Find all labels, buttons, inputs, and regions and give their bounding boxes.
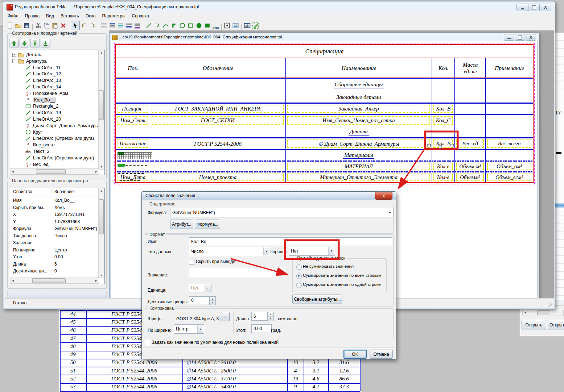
decimals-spinner[interactable]: ▲▼ [209, 296, 216, 305]
value-field[interactable]: Кол-в [433, 163, 453, 170]
tree-item-Арматура[interactable]: −Арматура [10, 58, 99, 64]
toolbar-edit-value-field-icon[interactable]: ab [243, 21, 251, 30]
cancel-button[interactable]: Отмена [370, 350, 393, 359]
tree-item-LineOrArc_11[interactable]: LineOrArc_11 [10, 64, 99, 71]
free-attributes-button[interactable]: Свободные атрибуты... [292, 295, 342, 304]
datatype-combobox[interactable]: Число▼ [189, 247, 270, 256]
spec-text[interactable]: Детали [349, 128, 369, 135]
toolbar-band-header-icon[interactable] [108, 21, 116, 30]
minimize-button[interactable] [516, 4, 528, 11]
dialog-close-button[interactable]: X [375, 192, 392, 200]
value-field[interactable]: Кол-в [433, 174, 453, 181]
tree-item-Вес_всего[interactable]: azВес_всего [10, 142, 99, 148]
property-row[interactable]: Скрыть при вы...Ложь [10, 205, 99, 212]
tree-vscrollbar[interactable]: ▲▼ [98, 50, 104, 170]
toolbar-band-page-icon[interactable] [133, 21, 141, 30]
radio-option[interactable] [296, 283, 302, 288]
scroll-down-icon[interactable]: ▼ [99, 273, 104, 278]
toolbar-draw-circle-icon[interactable] [178, 21, 186, 30]
tree-item-Кол_Во__[interactable]: azКол_Во__ [10, 97, 99, 103]
spec-text[interactable]: Материалы [343, 152, 374, 159]
value-field[interactable]: Объемм³ [456, 174, 484, 181]
spec-text[interactable]: Сборочные единицы [334, 81, 384, 88]
value-field[interactable]: Вес_всего [487, 139, 531, 148]
scroll-left-arrow[interactable]: ◀ [523, 310, 528, 315]
order-combobox[interactable]: Нет▼ [289, 246, 335, 256]
chevron-down-icon[interactable]: ▼ [263, 247, 269, 255]
value-field[interactable]: Ном_Дета [118, 174, 148, 181]
property-row[interactable]: X139.717371341 [10, 212, 99, 218]
chevron-down-icon[interactable]: ▼ [197, 325, 203, 333]
value-field[interactable]: Объем_ом³ [487, 163, 531, 170]
length-spinner[interactable]: ▲▼ [267, 312, 274, 321]
toolbar-draw-polyline-icon[interactable] [153, 21, 161, 30]
spec-text[interactable]: Закладные детали [335, 94, 382, 100]
prop-hscroll-thumb[interactable] [32, 278, 66, 283]
tree-item-LineOrArc_20[interactable]: LineOrArc_20 [10, 116, 99, 122]
tree-vscroll-thumb[interactable] [99, 90, 104, 120]
spec-text[interactable]: ГОСТ Р 52544-2006 [193, 141, 243, 147]
property-row[interactable]: Значение [10, 240, 99, 247]
scroll-left-icon[interactable]: ◀ [11, 278, 15, 283]
property-row[interactable]: ИмяКол_Во__ [10, 197, 99, 204]
tree-item-LineOrArc_19[interactable]: LineOrArc_19 [10, 109, 99, 116]
toolbar-draw-polygon-icon[interactable] [170, 21, 178, 30]
toolbar-edit-formula-icon[interactable] [251, 21, 260, 30]
value-field[interactable]: Позиция_ [118, 105, 148, 113]
value-field[interactable]: Вес_ед [456, 139, 484, 148]
hide-checkbox[interactable] [189, 259, 194, 264]
angle-input[interactable]: 0.00 [251, 324, 272, 333]
spin-down-icon[interactable]: ▼ [268, 316, 273, 321]
toolbar-save-file-icon[interactable] [22, 21, 31, 30]
value-field[interactable]: Материал_Отлитого_Элемента [287, 174, 430, 181]
tree-item-LineOrArc_12[interactable]: LineOrArc_12 [10, 71, 99, 77]
toolbar-copy-icon[interactable] [42, 21, 51, 30]
menu-Вид[interactable]: Вид [43, 12, 57, 20]
menu-Вставить[interactable]: Вставить [57, 12, 82, 20]
value-field[interactable]: Положение [118, 139, 148, 148]
move-to-top-button[interactable] [30, 39, 40, 47]
toolbar-image-tool-icon[interactable] [231, 21, 240, 30]
toolbar-value-field-tool-icon[interactable] [223, 21, 231, 30]
horizontal-scrollbar[interactable]: ◀ [522, 310, 564, 316]
tree-item-Вес_ед[interactable]: az↓Вес_ед [10, 161, 99, 168]
doc-close-button[interactable]: X [526, 34, 536, 41]
toolbar-delete-icon[interactable] [59, 21, 67, 30]
value-field[interactable]: Ном_Сетк [118, 116, 148, 125]
dialog-title-bar[interactable]: Свойства поля значения X [142, 192, 396, 200]
menu-Параметры[interactable]: Параметры [99, 12, 129, 20]
tree-item-LineOrArc (Отрезок или дуга)[interactable]: LineOrArc (Отрезок или дуга) [10, 155, 99, 161]
toolbar-band-footer-icon[interactable] [125, 21, 133, 30]
radio-option[interactable] [296, 264, 302, 270]
radio-selected[interactable] [296, 274, 302, 279]
toolbar-undo-icon[interactable] [80, 21, 88, 30]
menu-Правка[interactable]: Правка [22, 12, 43, 20]
unit-combobox[interactable]: Нет▼ [189, 284, 211, 292]
toolbar-draw-line-icon[interactable] [145, 21, 153, 30]
toolbar-draw-filled-rectangle-icon[interactable] [203, 21, 211, 30]
toolbar-band-row-icon[interactable] [116, 21, 125, 30]
width-combobox[interactable]: Центр▼ [174, 324, 204, 334]
value-field[interactable]: ГОСТ_ЗАКЛАДНОЙ_ИЛИ_АНКЕРА [152, 105, 284, 113]
font-browse-button[interactable]: ... [219, 312, 230, 321]
property-row[interactable]: ФормулаGetValue("NUMBER") [10, 226, 99, 233]
tree-item-LineOrArc_13[interactable]: LineOrArc_13 [10, 77, 99, 84]
value-field[interactable]: Имя_Сетки_Номер_поз_сетки [287, 116, 430, 125]
move-to-bottom-button[interactable] [41, 39, 50, 47]
value-field-highlighted[interactable]: Кол_В [433, 139, 453, 148]
property-row[interactable]: Длина6 [10, 261, 99, 268]
spec-title[interactable]: Спецификация [305, 48, 344, 55]
toolbar-cut-icon[interactable] [34, 21, 42, 30]
name-input[interactable]: Кол_Во__ [189, 237, 392, 246]
toolbar-draw-filled-circle-icon[interactable] [195, 21, 203, 30]
toolbar-open-file-icon[interactable] [14, 21, 22, 30]
scroll-right-icon[interactable]: ▶ [94, 169, 99, 174]
property-row[interactable]: Десятичные ци...0 [10, 268, 99, 275]
tree-item-Деталь[interactable]: +Деталь [10, 51, 99, 58]
chevron-down-icon[interactable]: ▼ [277, 268, 283, 276]
value-field[interactable]: Кол_С [433, 116, 453, 125]
toolbar-new-file-icon[interactable] [6, 21, 14, 30]
tree-item-LineOrArc (Отрезок или дуга)[interactable]: LineOrArc (Отрезок или дуга) [10, 135, 99, 142]
value-field[interactable]: ГОСТ_СЕТКИ [152, 116, 284, 125]
value-combobox[interactable]: ▼ [189, 268, 284, 277]
